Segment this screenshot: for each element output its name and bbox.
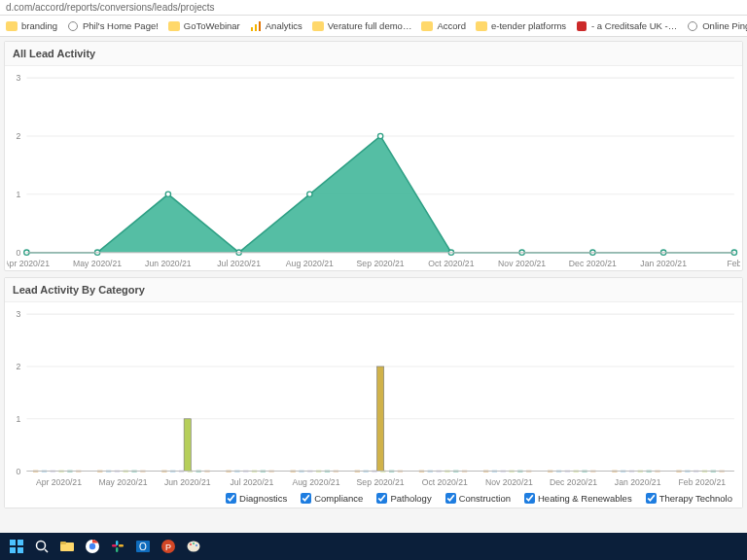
svg-rect-123 [18,540,23,545]
bookmark-item[interactable]: branding [6,20,57,32]
bookmark-item[interactable]: e-tender platforms [476,20,566,32]
bookmark-label: - a Creditsafe UK -… [591,20,677,31]
svg-rect-2 [259,21,261,31]
slack-icon[interactable] [107,536,128,557]
svg-text:3: 3 [16,309,20,319]
category-legend: DiagnosticsCompliancePathologyConstructi… [5,489,742,508]
bookmark-item[interactable]: - a Creditsafe UK -… [576,20,677,32]
area-chart-svg: 0123Apr 2020/21May 2020/21Jun 2020/21Jul… [7,72,740,270]
svg-text:0: 0 [16,467,20,476]
bookmark-item[interactable]: GoToWebinar [168,20,240,32]
svg-rect-0 [251,27,253,31]
bookmark-label: GoToWebinar [184,20,240,31]
svg-rect-125 [18,547,23,553]
analytics-icon [250,20,262,32]
paint-icon[interactable] [183,536,204,557]
bookmark-item[interactable]: Verature full demo… [312,20,412,32]
svg-text:Sep 2020/21: Sep 2020/21 [357,259,405,268]
bookmark-item[interactable]: Accord [421,20,466,32]
legend-label: Therapy Technolo [659,493,732,504]
legend-checkbox[interactable] [376,493,387,504]
bookmark-label: Accord [437,20,466,31]
svg-text:0: 0 [16,248,20,258]
globe-icon [67,20,79,32]
svg-point-24 [165,192,170,196]
svg-text:1: 1 [16,190,20,199]
legend-label: Diagnostics [239,493,287,504]
windows-taskbar: O P [0,533,747,560]
svg-text:Apr 2020/21: Apr 2020/21 [36,477,82,487]
bookmark-label: Analytics [266,20,302,31]
folder-icon [421,20,433,32]
legend-item[interactable]: Heating & Renewables [524,493,632,504]
folder-icon [312,20,324,32]
svg-rect-120 [377,367,384,472]
svg-text:P: P [165,542,171,552]
powerpoint-icon[interactable]: P [158,536,179,557]
svg-text:Oct 2020/21: Oct 2020/21 [428,259,474,268]
legend-checkbox[interactable] [226,493,236,504]
svg-point-142 [193,542,195,544]
svg-text:Nov 2020/21: Nov 2020/21 [485,477,533,487]
svg-point-26 [307,192,312,196]
legend-item[interactable]: Diagnostics [226,493,287,504]
svg-rect-133 [119,544,124,546]
legend-item[interactable]: Construction [445,493,511,504]
svg-rect-1 [255,24,257,31]
file-explorer-icon[interactable] [56,536,78,557]
legend-checkbox[interactable] [524,493,535,504]
bookmark-label: Phil's Home Page! [83,20,159,31]
folder-icon [168,20,180,32]
legend-item[interactable]: Pathology [376,493,431,504]
bookmark-label: e-tender platforms [491,20,566,31]
svg-point-27 [377,133,382,138]
legend-item[interactable]: Compliance [301,493,363,504]
svg-text:Jan 2020/21: Jan 2020/21 [640,259,687,268]
bookmark-item[interactable]: Analytics [250,20,302,32]
bookmark-item[interactable]: Phil's Home Page! [67,20,159,32]
outlook-icon[interactable]: O [132,536,154,557]
svg-point-126 [37,542,46,550]
svg-text:2: 2 [16,362,20,371]
redsq-icon [576,20,587,32]
panel-title-bottom: Lead Activity By Category [5,278,742,302]
svg-text:1: 1 [16,414,20,424]
svg-rect-135 [116,547,118,552]
svg-text:Jul 2020/21: Jul 2020/21 [217,259,261,268]
svg-text:May 2020/21: May 2020/21 [73,259,122,268]
svg-text:Apr 2020/21: Apr 2020/21 [7,259,50,268]
legend-item[interactable]: Therapy Technolo [646,493,732,504]
search-icon[interactable] [31,536,53,557]
svg-line-127 [45,549,48,552]
svg-text:2: 2 [16,131,20,141]
folder-icon [6,20,18,32]
svg-text:O: O [139,542,147,552]
legend-checkbox[interactable] [646,493,657,504]
svg-text:Dec 2020/21: Dec 2020/21 [550,477,597,487]
bookmark-label: Verature full demo… [328,20,412,31]
chrome-icon[interactable] [82,536,103,557]
svg-text:Sep 2020/21: Sep 2020/21 [357,477,405,487]
legend-checkbox[interactable] [445,493,456,504]
svg-point-143 [196,544,197,546]
legend-label: Heating & Renewables [538,493,632,504]
svg-text:May 2020/21: May 2020/21 [99,477,148,487]
start-button[interactable] [6,536,27,557]
panel-lead-by-category: Lead Activity By Category 0123Apr 2020/2… [4,277,743,508]
address-bar[interactable]: d.com/accord/reports/conversions/leads/p… [0,0,747,16]
legend-checkbox[interactable] [301,493,311,504]
legend-label: Compliance [314,493,363,504]
svg-rect-119 [184,419,191,472]
bookmark-item[interactable]: Online Ping, Tracer… [687,20,747,32]
svg-text:Nov 2020/21: Nov 2020/21 [498,259,546,268]
svg-text:Aug 2020/21: Aug 2020/21 [286,259,334,268]
svg-text:Aug 2020/21: Aug 2020/21 [292,477,339,487]
svg-point-131 [89,543,95,549]
legend-label: Pathology [390,493,431,504]
globe-icon [687,20,698,32]
url-text: d.com/accord/reports/conversions/leads/p… [6,2,215,13]
svg-text:3: 3 [16,73,20,83]
bookmarks-bar: brandingPhil's Home Page!GoToWebinarAnal… [0,16,747,37]
panel-title-top: All Lead Activity [5,42,742,66]
svg-rect-129 [60,542,66,544]
